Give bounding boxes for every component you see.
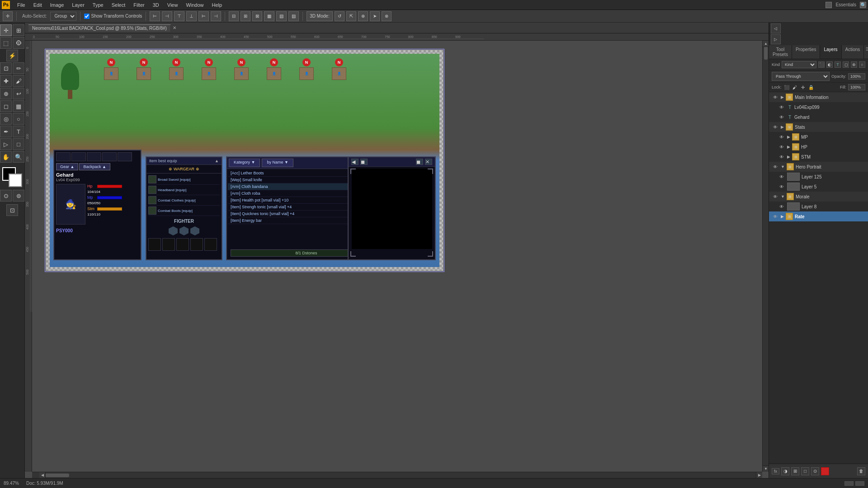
magic-wand-icon[interactable]: ⚡ xyxy=(6,50,18,61)
text-tool-icon[interactable]: T xyxy=(13,126,24,137)
filter-pixel-btn[interactable]: ⬛ xyxy=(818,61,825,68)
opacity-input[interactable] xyxy=(848,73,865,80)
panel-menu-btn[interactable]: ☰ xyxy=(864,45,868,59)
layer-hp[interactable]: 👁 ▶ ⊞ HP xyxy=(769,142,868,152)
layer-morale[interactable]: 👁 ▼ ⊞ Morale xyxy=(769,192,868,202)
blur-tool-icon[interactable]: ◎ xyxy=(0,113,12,125)
3d-slide[interactable]: ➤ xyxy=(370,11,380,21)
menu-layer[interactable]: Layer xyxy=(68,1,88,9)
distribute-mid[interactable]: ▧ xyxy=(276,11,287,21)
eraser-tool-icon[interactable]: ◻ xyxy=(0,100,12,112)
distribute-left[interactable]: ⊟ xyxy=(229,11,239,21)
menu-3d[interactable]: 3D xyxy=(149,1,163,9)
eye-rate[interactable]: 👁 xyxy=(772,214,779,219)
filter-toggle-btn[interactable]: ○ xyxy=(859,61,865,68)
expand-stats[interactable]: ▶ xyxy=(781,125,784,129)
backpack-tab[interactable]: Backpack ▲ xyxy=(79,163,110,170)
new-fill-layer-btn[interactable]: ◑ xyxy=(781,467,789,475)
item-panel-arrow[interactable]: ▲ xyxy=(215,159,219,163)
layer-5[interactable]: 👁 Layer 5 xyxy=(769,182,868,192)
tab-properties[interactable]: Properties xyxy=(792,45,821,59)
expand-mp[interactable]: ▶ xyxy=(787,135,790,139)
menu-image[interactable]: Image xyxy=(47,1,68,9)
3d-rotate[interactable]: ↺ xyxy=(335,11,344,21)
filter-shape-btn[interactable]: ◻ xyxy=(843,61,849,68)
align-bottom[interactable]: ⊣ xyxy=(211,11,221,21)
collapse-panels-btn[interactable]: ◁ xyxy=(771,23,781,33)
timeline-btn[interactable] xyxy=(844,481,854,486)
status-btn-2[interactable] xyxy=(855,481,864,486)
filter-type-btn[interactable]: T xyxy=(835,61,841,68)
background-color[interactable] xyxy=(9,174,22,187)
layer-125[interactable]: 👁 Layer 125 xyxy=(769,172,868,182)
kind-select[interactable]: Kind xyxy=(782,61,816,68)
history-brush-icon[interactable]: ↩ xyxy=(13,88,24,99)
eye-hp[interactable]: 👁 xyxy=(778,145,785,150)
menu-view[interactable]: View xyxy=(164,1,182,9)
doc-tab-label[interactable]: Neomenu016Last BACKPACK_Cool.psd @ 89.5%… xyxy=(28,24,171,32)
3d-scale[interactable]: ⇱ xyxy=(346,11,356,21)
h-scroll-btn-right[interactable]: ▶ xyxy=(756,472,762,479)
delete-layer-btn[interactable]: 🗑 xyxy=(857,467,865,475)
layer-8[interactable]: 👁 Layer 8 xyxy=(769,202,868,211)
zoom-tool-icon[interactable]: 🔍 xyxy=(13,151,24,163)
expand-panels-btn[interactable]: ▷ xyxy=(771,34,781,44)
3d-mode-btn[interactable]: 3D Mode: xyxy=(307,11,332,21)
menu-edit[interactable]: Edit xyxy=(30,1,46,9)
filter-sm-btn[interactable]: ⊛ xyxy=(851,61,857,68)
eye-layer5[interactable]: 👁 xyxy=(778,184,785,189)
fill-input[interactable] xyxy=(848,84,865,90)
search-btn[interactable]: 🔍 xyxy=(860,2,866,8)
align-right[interactable]: ⊤ xyxy=(174,11,184,21)
distribute-top[interactable]: ▦ xyxy=(264,11,274,21)
layer-lv04[interactable]: 👁 T Lv04Exp099 xyxy=(769,102,868,112)
path-select-icon[interactable]: ▷ xyxy=(0,138,12,150)
align-center-v[interactable]: ⊢ xyxy=(198,11,209,21)
v-scroll-btn-down[interactable]: ▼ xyxy=(763,465,769,472)
3d-extra[interactable]: ⊗ xyxy=(382,11,392,21)
transform-toggle[interactable]: Show Transform Controls xyxy=(84,14,142,19)
v-scrollbar[interactable]: ▲ ▼ xyxy=(762,41,769,472)
transform-checkbox[interactable] xyxy=(84,14,90,19)
move-tool-icon[interactable]: ✛ xyxy=(0,24,12,36)
menu-help[interactable]: Help xyxy=(208,1,226,9)
layer-rate[interactable]: 👁 ▶ ⊞ Rate xyxy=(769,211,868,221)
tab-tool-presets[interactable]: Tool Presets xyxy=(769,45,792,59)
lock-image-btn[interactable]: 🖌 xyxy=(792,84,798,90)
portrait-btn-3[interactable]: ◼ xyxy=(416,159,423,165)
marquee-tool-icon[interactable]: ⬚ xyxy=(0,37,12,49)
eyedropper-icon[interactable]: ✏ xyxy=(13,62,24,74)
canvas-scroll-area[interactable]: 0 50 100 150 200 250 300 350 400 450 500 xyxy=(25,41,769,478)
dodge-tool-icon[interactable]: ○ xyxy=(13,113,24,125)
expand-rate[interactable]: ▶ xyxy=(781,214,784,219)
kategory-btn[interactable]: Kategory ▼ xyxy=(229,159,260,167)
distribute-center[interactable]: ⊞ xyxy=(241,11,250,21)
eye-hero-portrait[interactable]: 👁 xyxy=(772,164,779,169)
screen-mode-icon[interactable]: ⊡ xyxy=(6,204,18,216)
eye-layer8[interactable]: 👁 xyxy=(778,204,785,209)
eye-stm[interactable]: 👁 xyxy=(778,155,785,160)
gradient-tool-icon[interactable]: ▦ xyxy=(13,100,24,112)
h-scroll-btn-left[interactable]: ◀ xyxy=(39,472,46,479)
filter-adj-btn[interactable]: ◐ xyxy=(826,61,833,68)
align-left[interactable]: ⊢ xyxy=(150,11,160,21)
pen-tool-icon[interactable]: ✒ xyxy=(0,126,12,137)
add-mask-btn[interactable]: ⊙ xyxy=(811,467,819,475)
blend-mode-select[interactable]: Pass Through Normal Multiply Screen xyxy=(772,72,830,81)
expand-hero[interactable]: ▼ xyxy=(781,164,785,169)
eye-125[interactable]: 👁 xyxy=(778,174,785,179)
expand-main-info[interactable]: ▶ xyxy=(781,95,784,99)
heal-tool-icon[interactable]: ✚ xyxy=(0,75,12,87)
auto-select-dropdown[interactable]: Group Layer xyxy=(50,12,76,21)
fx-btn[interactable]: fx xyxy=(772,468,779,474)
hand-tool-icon[interactable]: ✋ xyxy=(0,151,12,163)
h-scroll-thumb[interactable] xyxy=(42,474,69,477)
eye-lv04[interactable]: 👁 xyxy=(778,105,785,110)
portrait-btn-2[interactable]: ◼ xyxy=(360,159,368,165)
workspace-switcher[interactable] xyxy=(826,2,832,8)
eye-main-info[interactable]: 👁 xyxy=(772,95,779,100)
3d-pan[interactable]: ⊕ xyxy=(358,11,368,21)
new-layer-btn[interactable]: □ xyxy=(801,467,809,475)
lasso-tool-icon[interactable]: ⭗ xyxy=(13,37,24,49)
tab-layers[interactable]: Layers xyxy=(820,45,841,59)
